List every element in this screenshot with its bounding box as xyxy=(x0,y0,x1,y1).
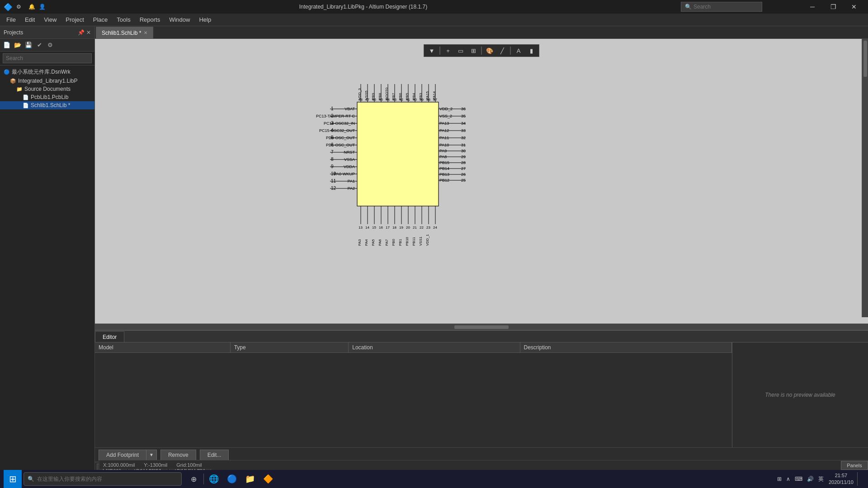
svg-text:2: 2 xyxy=(331,113,334,118)
tab-close-icon[interactable]: ✕ xyxy=(144,30,147,35)
paint-tool[interactable]: 🎨 xyxy=(484,46,495,56)
start-button[interactable]: ⊞ xyxy=(4,470,22,488)
minimize-button[interactable]: ─ xyxy=(802,0,823,14)
v-scrollbar-thumb[interactable] xyxy=(863,41,867,77)
v-scrollbar[interactable] xyxy=(862,39,868,317)
title-search-box[interactable]: 🔍 xyxy=(681,2,762,12)
user-icon[interactable]: 👤 xyxy=(39,4,46,10)
title-bar: 🔷 ⚙ 🔔 👤 Integrated_Library1.LibPkg - Alt… xyxy=(0,0,868,14)
menu-item-place[interactable]: Place xyxy=(89,14,113,25)
editor-content: Model Type Location Description There is… xyxy=(95,343,868,447)
tree-item[interactable]: 📄PcbLib1.PcbLib xyxy=(0,93,94,101)
svg-rect-0 xyxy=(357,102,439,206)
close-button[interactable]: ✕ xyxy=(844,0,864,14)
svg-text:29: 29 xyxy=(461,155,466,159)
schlib-tab[interactable]: Schlib1.SchLib *✕ xyxy=(96,27,153,38)
left-panel: Projects 📌 ✕ 📄 📂 💾 ✔ ⚙ 🔵最小系统元件库.DsnWrk📦I… xyxy=(0,26,95,474)
lang-indicator[interactable]: 英 xyxy=(817,474,825,484)
svg-text:PA3: PA3 xyxy=(358,239,362,246)
tree-item[interactable]: 🔵最小系统元件库.DsnWrk xyxy=(0,67,94,77)
add-footprint-button[interactable]: Add Footprint xyxy=(99,450,146,460)
app-icon2[interactable]: 🔶 xyxy=(260,471,276,487)
top-pin-lines: VDD_3 VSS5 PB9 PB8 BOOT0 PB7 PB6 PB5 PB4… xyxy=(358,84,437,102)
add-footprint-dropdown[interactable]: ▼ xyxy=(146,450,157,460)
gear-icon[interactable]: ⚙ xyxy=(16,4,21,10)
edge-icon[interactable]: 🌐 xyxy=(206,471,222,487)
remove-button[interactable]: Remove xyxy=(160,450,196,460)
sys-tray-icons: ⊞ ∧ ⌨ 🔊 英 xyxy=(776,474,825,484)
text-tool[interactable]: A xyxy=(513,46,524,56)
menu-item-help[interactable]: Help xyxy=(194,14,216,25)
menu-item-reports[interactable]: Reports xyxy=(135,14,165,25)
component-tool[interactable]: ▮ xyxy=(525,46,537,56)
new-file-icon[interactable]: 📄 xyxy=(2,40,12,50)
taskbar-search-input[interactable] xyxy=(37,476,178,482)
col-location[interactable]: Location xyxy=(349,343,520,353)
rect-tool[interactable]: ▭ xyxy=(455,46,467,56)
save-icon[interactable]: 💾 xyxy=(24,40,33,50)
task-view-icon[interactable]: ⊕ xyxy=(185,471,202,487)
align-tool[interactable]: ⊞ xyxy=(467,46,479,56)
svg-text:VSSA: VSSA xyxy=(344,157,355,162)
svg-text:25: 25 xyxy=(461,178,466,183)
menu-item-window[interactable]: Window xyxy=(165,14,194,25)
folder-icon[interactable]: 📁 xyxy=(242,471,258,487)
grid-icon[interactable]: ⊞ xyxy=(776,475,783,483)
system-clock[interactable]: 21:57 2020/11/10 xyxy=(829,472,854,486)
menu-item-tools[interactable]: Tools xyxy=(112,14,135,25)
tree-item[interactable]: 📁Source Documents xyxy=(0,85,94,93)
menu-item-project[interactable]: Project xyxy=(61,14,88,25)
h-scrollbar[interactable] xyxy=(95,324,868,330)
restore-button[interactable]: ❐ xyxy=(823,0,844,14)
menu-item-file[interactable]: File xyxy=(2,14,20,25)
add-footprint-group: Add Footprint ▼ xyxy=(99,450,157,460)
show-desktop-icon[interactable] xyxy=(857,472,861,486)
open-folder-icon[interactable]: 📂 xyxy=(13,40,23,50)
chrome-icon[interactable]: 🔵 xyxy=(224,471,240,487)
editor-tab-bar: Editor xyxy=(95,331,868,343)
bell-icon[interactable]: 🔔 xyxy=(28,4,35,10)
tree-item-icon: 🔵 xyxy=(4,69,10,75)
svg-text:PA1: PA1 xyxy=(348,179,355,183)
preview-panel: There is no preview available xyxy=(732,343,868,447)
svg-text:23: 23 xyxy=(426,225,430,230)
svg-text:PA10: PA10 xyxy=(439,143,449,147)
check-icon[interactable]: ✔ xyxy=(34,40,44,50)
taskbar-search-box[interactable]: 🔍 xyxy=(24,472,182,486)
taskbar-right: ⊞ ∧ ⌨ 🔊 英 21:57 2020/11/10 xyxy=(776,472,864,486)
editor-tab[interactable]: Editor xyxy=(95,331,124,342)
coord-x: X:1000.000mil xyxy=(103,462,135,468)
line-tool[interactable]: ╱ xyxy=(496,46,508,56)
expand-tray-icon[interactable]: ∧ xyxy=(785,475,792,483)
settings-icon[interactable]: ⚙ xyxy=(45,40,55,50)
project-search-input[interactable] xyxy=(3,53,92,63)
add-tool[interactable]: + xyxy=(442,46,454,56)
keyboard-icon[interactable]: ⌨ xyxy=(793,475,804,483)
col-model[interactable]: Model xyxy=(95,343,230,353)
schematic-canvas[interactable]: ▼ + ▭ ⊞ 🎨 ╱ A ▮ xyxy=(95,39,868,324)
speaker-icon[interactable]: 🔊 xyxy=(806,475,815,483)
svg-text:PA12: PA12 xyxy=(439,128,449,133)
title-search-input[interactable] xyxy=(693,4,752,10)
panels-button[interactable]: Panels xyxy=(841,461,868,470)
h-scrollbar-thumb[interactable] xyxy=(454,325,509,329)
svg-text:VDD_1: VDD_1 xyxy=(425,234,429,246)
right-pin-lines: VDD_2 36 VSS_2 35 PA13 34 PA12 33 xyxy=(439,107,466,183)
panel-close-icon[interactable]: ✕ xyxy=(86,29,91,36)
filter-tool[interactable]: ▼ xyxy=(426,46,438,56)
tree-item[interactable]: 📦Integrated_Library1.LibP xyxy=(0,77,94,85)
status-coords: X:1000.000mil Y:-1300mil Grid:100mil xyxy=(99,460,868,469)
col-type[interactable]: Type xyxy=(230,343,349,353)
svg-text:PA13: PA13 xyxy=(439,121,449,126)
tree-item-label: PcbLib1.PcbLib xyxy=(31,94,68,100)
menu-item-edit[interactable]: Edit xyxy=(20,14,39,25)
svg-text:PB15: PB15 xyxy=(439,160,449,165)
menu-item-view[interactable]: View xyxy=(39,14,61,25)
panel-pin-icon[interactable]: 📌 xyxy=(78,29,85,36)
col-description[interactable]: Description xyxy=(520,343,731,353)
edit-button[interactable]: Edit... xyxy=(200,450,229,460)
taskbar-search-icon: 🔍 xyxy=(28,476,34,482)
model-data-table: Model Type Location Description xyxy=(95,343,732,353)
svg-text:PA9: PA9 xyxy=(439,149,447,153)
tree-item[interactable]: 📄Schlib1.SchLib * xyxy=(0,101,94,109)
